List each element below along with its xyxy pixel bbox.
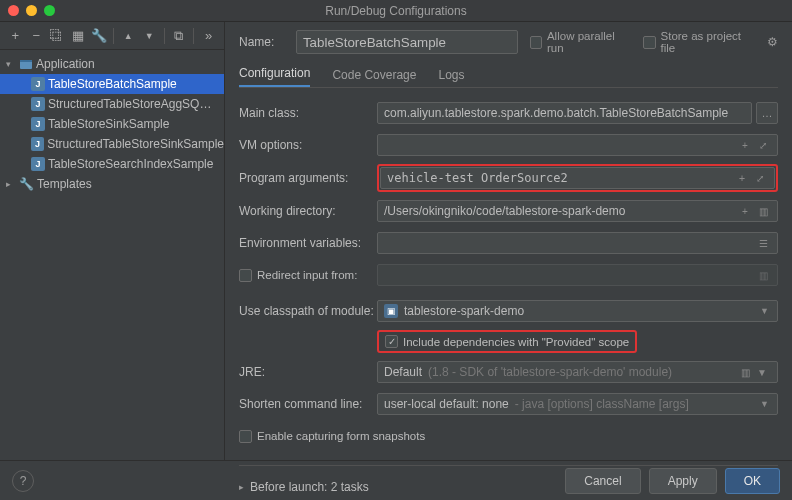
- classpath-label: Use classpath of module:: [239, 304, 377, 318]
- module-icon: ▣: [384, 304, 398, 318]
- tree-node-templates[interactable]: ▸ 🔧 Templates: [0, 174, 224, 194]
- chevron-down-icon: ▼: [755, 364, 771, 380]
- folder-icon[interactable]: ▥: [755, 203, 771, 219]
- java-icon: J: [31, 117, 45, 131]
- config-toolbar: + − ⿻ ▦ 🔧 ▲ ▼ ⧉ »: [0, 22, 224, 50]
- working-dir-input[interactable]: /Users/okingniko/code/tablestore-spark-d…: [377, 200, 778, 222]
- cancel-button[interactable]: Cancel: [565, 468, 640, 494]
- tree-item[interactable]: J StructuredTableStoreAggSQLSample: [0, 94, 224, 114]
- tree-item[interactable]: J TableStoreSinkSample: [0, 114, 224, 134]
- config-tree: ▾ Application J TableStoreBatchSample J …: [0, 50, 224, 460]
- ok-button[interactable]: OK: [725, 468, 780, 494]
- include-deps-checkbox[interactable]: ✓ Include dependencies with "Provided" s…: [385, 335, 629, 348]
- allow-parallel-checkbox[interactable]: Allow parallel run: [530, 30, 628, 54]
- tree-item-label: StructuredTableStoreAggSQLSample: [48, 97, 213, 111]
- toolbar-separator: [164, 28, 165, 44]
- main-class-value: com.aliyun.tablestore.spark.demo.batch.T…: [384, 106, 728, 120]
- close-icon[interactable]: [8, 5, 19, 16]
- move-down-button[interactable]: ▼: [140, 26, 159, 46]
- vm-options-input[interactable]: + ⤢: [377, 134, 778, 156]
- include-deps-label: Include dependencies with "Provided" sco…: [403, 336, 629, 348]
- titlebar: Run/Debug Configurations: [0, 0, 792, 22]
- jre-dropdown[interactable]: Default (1.8 - SDK of 'tablestore-spark-…: [377, 361, 778, 383]
- folder-icon[interactable]: ▥: [737, 364, 753, 380]
- shorten-value: user-local default: none: [384, 397, 509, 411]
- expand-button[interactable]: »: [199, 26, 218, 46]
- tree-item-label: TableStoreSearchIndexSample: [48, 157, 213, 171]
- checkbox-icon: [530, 36, 542, 49]
- tree-item[interactable]: J TableStoreSearchIndexSample: [0, 154, 224, 174]
- expand-icon[interactable]: ⤢: [752, 170, 768, 186]
- tab-configuration[interactable]: Configuration: [239, 66, 310, 87]
- svg-rect-1: [20, 60, 32, 62]
- toolbar-separator: [113, 28, 114, 44]
- checkbox-checked-icon: ✓: [385, 335, 398, 348]
- java-icon: J: [31, 137, 45, 151]
- apply-button[interactable]: Apply: [649, 468, 717, 494]
- shorten-dropdown[interactable]: user-local default: none - java [options…: [377, 393, 778, 415]
- classpath-value: tablestore-spark-demo: [404, 304, 524, 318]
- gear-icon[interactable]: ⚙: [767, 35, 778, 49]
- working-dir-label: Working directory:: [239, 204, 377, 218]
- copy-button[interactable]: ⿻: [48, 26, 67, 46]
- move-up-button[interactable]: ▲: [119, 26, 138, 46]
- tab-bar: Configuration Code Coverage Logs: [239, 66, 778, 88]
- main-class-input[interactable]: com.aliyun.tablestore.spark.demo.batch.T…: [377, 102, 752, 124]
- divider: [239, 465, 778, 466]
- tree-item[interactable]: J TableStoreBatchSample: [0, 74, 224, 94]
- chevron-right-icon: ▸: [6, 179, 16, 189]
- env-vars-label: Environment variables:: [239, 236, 377, 250]
- java-icon: J: [31, 97, 45, 111]
- minimize-icon[interactable]: [26, 5, 37, 16]
- folder-button[interactable]: ⧉: [169, 26, 188, 46]
- vm-options-label: VM options:: [239, 138, 377, 152]
- tab-code-coverage[interactable]: Code Coverage: [332, 68, 416, 87]
- tree-item-label: TableStoreSinkSample: [48, 117, 169, 131]
- store-project-checkbox[interactable]: Store as project file: [643, 30, 751, 54]
- browse-button[interactable]: …: [756, 102, 778, 124]
- name-input[interactable]: [296, 30, 518, 54]
- remove-button[interactable]: −: [27, 26, 46, 46]
- chevron-right-icon: ▸: [239, 482, 244, 492]
- help-button[interactable]: ?: [12, 470, 34, 492]
- classpath-dropdown[interactable]: ▣ tablestore-spark-demo ▼: [377, 300, 778, 322]
- jre-value: Default: [384, 365, 422, 379]
- checkbox-label: Store as project file: [661, 30, 752, 54]
- jre-hint: (1.8 - SDK of 'tablestore-spark-demo' mo…: [428, 365, 672, 379]
- tree-node-application[interactable]: ▾ Application: [0, 54, 224, 74]
- save-button[interactable]: ▦: [68, 26, 87, 46]
- toolbar-separator: [193, 28, 194, 44]
- redirect-row: Redirect input from:: [239, 269, 377, 282]
- tab-logs[interactable]: Logs: [438, 68, 464, 87]
- maximize-icon[interactable]: [44, 5, 55, 16]
- program-args-input[interactable]: vehicle-test OrderSource2 + ⤢: [380, 167, 775, 189]
- capture-snapshots-checkbox[interactable]: Enable capturing form snapshots: [239, 430, 425, 443]
- right-panel: Name: Allow parallel run Store as projec…: [225, 22, 792, 460]
- include-deps-highlight: ✓ Include dependencies with "Provided" s…: [377, 330, 637, 353]
- env-vars-input[interactable]: ☰: [377, 232, 778, 254]
- chevron-down-icon: ▼: [760, 306, 771, 316]
- redirect-input: ▥: [377, 264, 778, 286]
- add-icon[interactable]: +: [734, 170, 750, 186]
- before-launch-label: Before launch: 2 tasks: [250, 480, 369, 494]
- program-args-label: Program arguments:: [239, 171, 377, 185]
- list-icon[interactable]: ☰: [755, 235, 771, 251]
- edit-button[interactable]: 🔧: [89, 26, 108, 46]
- expand-icon[interactable]: ⤢: [755, 137, 771, 153]
- chevron-down-icon: ▾: [6, 59, 16, 69]
- add-icon[interactable]: +: [737, 203, 753, 219]
- program-args-value: vehicle-test OrderSource2: [387, 171, 568, 185]
- config-form: Main class: com.aliyun.tablestore.spark.…: [239, 100, 778, 494]
- left-panel: + − ⿻ ▦ 🔧 ▲ ▼ ⧉ » ▾ Application J: [0, 22, 225, 460]
- program-args-highlight: vehicle-test OrderSource2 + ⤢: [377, 164, 778, 192]
- add-button[interactable]: +: [6, 26, 25, 46]
- java-icon: J: [31, 157, 45, 171]
- shorten-hint: - java [options] className [args]: [515, 397, 689, 411]
- tree-label: Templates: [37, 177, 92, 191]
- redirect-checkbox[interactable]: Redirect input from:: [239, 269, 377, 282]
- tree-item-label: TableStoreBatchSample: [48, 77, 177, 91]
- tree-item[interactable]: J StructuredTableStoreSinkSample: [0, 134, 224, 154]
- add-icon[interactable]: +: [737, 137, 753, 153]
- checkbox-icon: [643, 36, 655, 49]
- window-title: Run/Debug Configurations: [0, 4, 792, 18]
